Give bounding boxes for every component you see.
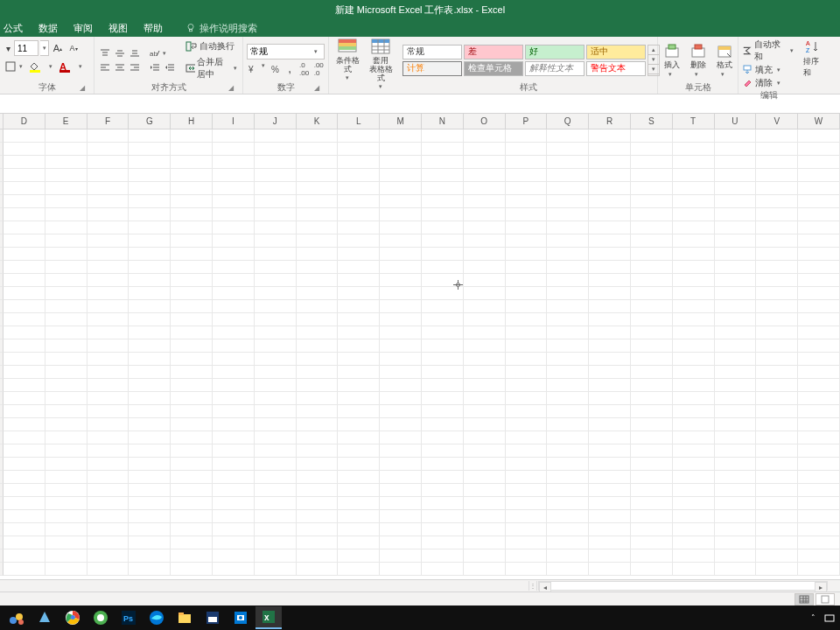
cell[interactable] [297, 510, 339, 523]
cell[interactable] [255, 366, 297, 379]
tray-icon-1[interactable] [824, 612, 835, 623]
cell[interactable] [589, 169, 631, 182]
cell[interactable] [715, 169, 757, 182]
cell[interactable] [631, 248, 673, 261]
cell[interactable] [297, 261, 339, 274]
cell[interactable] [798, 366, 840, 379]
cell[interactable] [46, 143, 88, 156]
cell[interactable] [380, 536, 422, 550]
cell[interactable] [171, 405, 213, 418]
cell[interactable] [798, 444, 840, 458]
cell[interactable] [213, 287, 255, 300]
cell[interactable] [338, 536, 380, 550]
cell[interactable] [422, 497, 464, 510]
cell[interactable] [506, 497, 548, 510]
cell[interactable] [380, 431, 422, 444]
cell[interactable] [88, 458, 130, 471]
cell[interactable] [506, 221, 548, 234]
cell[interactable] [255, 182, 297, 195]
cell[interactable] [338, 458, 380, 471]
increase-indent-button[interactable] [163, 61, 177, 74]
cell[interactable] [798, 208, 840, 221]
cell[interactable] [798, 169, 840, 182]
cell[interactable] [715, 143, 757, 156]
cell[interactable] [715, 563, 757, 576]
cell[interactable] [297, 418, 339, 431]
cell[interactable] [338, 156, 380, 169]
cell[interactable] [798, 300, 840, 313]
cell[interactable] [338, 340, 380, 353]
cell[interactable] [4, 326, 46, 340]
cell[interactable] [422, 300, 464, 313]
cell[interactable] [631, 287, 673, 300]
cell[interactable] [88, 550, 130, 563]
cell[interactable] [213, 156, 255, 169]
cell[interactable] [589, 550, 631, 563]
cell[interactable] [255, 156, 297, 169]
cell[interactable] [464, 274, 506, 287]
cell[interactable] [756, 326, 798, 340]
cell[interactable] [715, 313, 757, 326]
cell[interactable] [464, 340, 506, 353]
cell[interactable] [297, 458, 339, 471]
cell[interactable] [756, 143, 798, 156]
column-header[interactable]: P [506, 114, 548, 129]
cell[interactable] [88, 313, 130, 326]
cell[interactable] [213, 195, 255, 208]
cell[interactable] [171, 418, 213, 431]
cell[interactable] [129, 379, 171, 392]
cell[interactable] [171, 497, 213, 510]
tab-view[interactable]: 视图 [108, 22, 128, 35]
cell[interactable] [380, 182, 422, 195]
cell[interactable] [380, 169, 422, 182]
horizontal-scrollbar[interactable]: ◂ ▸ [538, 581, 828, 591]
cell[interactable] [338, 353, 380, 366]
cell[interactable] [464, 248, 506, 261]
cell[interactable] [4, 536, 46, 550]
cell[interactable] [506, 471, 548, 484]
font-color-button[interactable]: A [58, 59, 77, 74]
cell[interactable] [129, 471, 171, 484]
cell[interactable] [464, 536, 506, 550]
cell[interactable] [798, 536, 840, 550]
cell[interactable] [631, 418, 673, 431]
cell[interactable] [798, 458, 840, 471]
cell[interactable] [589, 143, 631, 156]
cell[interactable] [673, 471, 715, 484]
cell[interactable] [213, 169, 255, 182]
column-header[interactable]: D [4, 114, 46, 129]
column-header[interactable]: O [464, 114, 506, 129]
cell[interactable] [506, 326, 548, 340]
cell[interactable] [506, 550, 548, 563]
cell[interactable] [631, 169, 673, 182]
cell[interactable] [129, 169, 171, 182]
cell[interactable] [798, 326, 840, 340]
cell[interactable] [171, 287, 213, 300]
cell[interactable] [756, 405, 798, 418]
merge-dropdown[interactable]: ▾ [234, 65, 239, 72]
cell[interactable] [547, 405, 589, 418]
format-as-table-button[interactable]: 套用 表格格式 ▾ [366, 38, 396, 89]
cell[interactable] [673, 563, 715, 576]
cell[interactable] [213, 353, 255, 366]
view-normal-button[interactable] [794, 593, 814, 606]
cell[interactable] [798, 313, 840, 326]
cell[interactable] [255, 169, 297, 182]
cell[interactable] [422, 313, 464, 326]
cell[interactable] [798, 353, 840, 366]
cell[interactable] [338, 563, 380, 576]
cell-style-swatch[interactable]: 警告文本 [586, 61, 646, 76]
cell[interactable] [506, 274, 548, 287]
cell[interactable] [171, 248, 213, 261]
cell[interactable] [4, 156, 46, 169]
cell[interactable] [129, 195, 171, 208]
cell[interactable] [422, 287, 464, 300]
cell[interactable] [213, 510, 255, 523]
cell[interactable] [4, 405, 46, 418]
cell[interactable] [255, 497, 297, 510]
align-middle-button[interactable] [113, 47, 127, 60]
cell[interactable] [255, 510, 297, 523]
cell[interactable] [171, 444, 213, 458]
cell[interactable] [422, 523, 464, 536]
cell[interactable] [171, 392, 213, 405]
